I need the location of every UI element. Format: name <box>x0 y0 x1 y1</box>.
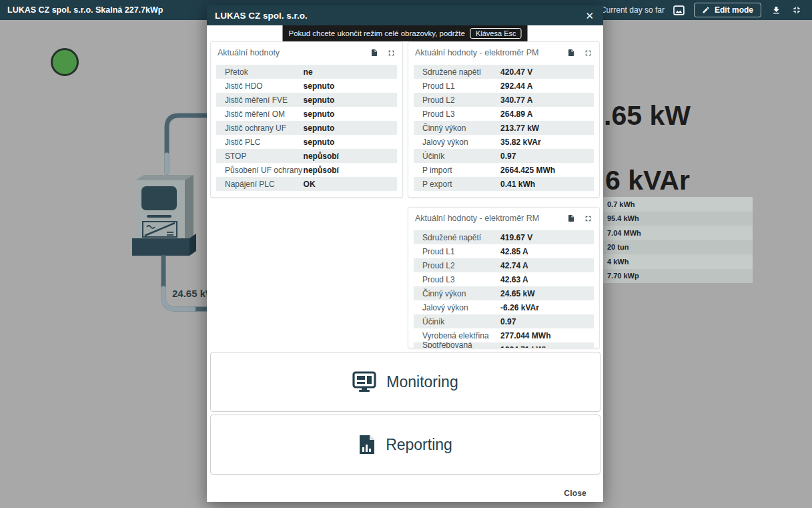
row-value: 340.77 A <box>500 95 532 105</box>
row-value: 292.44 A <box>500 81 532 91</box>
fullscreen-icon[interactable] <box>583 48 592 57</box>
inverter-graphic <box>132 175 196 256</box>
download-icon[interactable] <box>770 4 782 16</box>
table-row: Sdružené napětí420.47 V <box>414 65 594 79</box>
table-row: Jalový výkon35.82 kVAr <box>414 135 594 149</box>
table-row: Jistič PLCsepnuto <box>216 135 397 149</box>
row-label: Vyrobená elektřina <box>422 331 500 340</box>
panel-title: Aktuální hodnoty - elektroměr RM <box>415 214 539 223</box>
table-row: Jistič měření FVEsepnuto <box>216 93 397 107</box>
plant-summary-table: 0.7 kWh95.4 kWh7.04 MWh20 tun4 kWh7.70 k… <box>602 197 753 283</box>
fullscreen-icon[interactable] <box>583 214 592 223</box>
panel-meter-pm: Aktuální hodnoty - elektroměr PM Sdružen… <box>408 41 600 198</box>
table-row: 20 tun <box>602 240 753 255</box>
table-row: Sdružené napětí419.67 V <box>414 230 594 244</box>
row-label: P import <box>422 166 500 175</box>
row-label: Sdružené napětí <box>422 233 500 242</box>
plant-status-indicator <box>51 48 79 76</box>
row-value: ne <box>304 67 313 77</box>
pencil-icon <box>702 6 710 14</box>
table-row: Proud L342.63 A <box>414 272 594 286</box>
table-row: Proud L2340.77 A <box>414 93 594 107</box>
row-label: 4 kWh <box>607 258 629 266</box>
panel-head: Aktuální hodnoty - elektroměr RM <box>408 208 599 229</box>
row-label: Účiník <box>422 317 500 326</box>
row-value: 2664.425 MWh <box>500 166 555 175</box>
row-label: Jalový výkon <box>422 303 500 312</box>
row-label: Jistič měření OM <box>225 109 304 119</box>
panel-title: Aktuální hodnoty - elektroměr PM <box>415 48 539 57</box>
table-row: Napájení PLCOK <box>216 177 397 191</box>
row-label: Působení UF ochrany <box>225 166 304 175</box>
tooltip-text: Pokud chcete ukončit režim celé obrazovk… <box>289 29 465 37</box>
row-value: sepnuto <box>304 109 335 119</box>
row-value: 1664.71 kWh <box>500 345 548 349</box>
modal-header: LUKAS CZ spol. s.r.o. ✕ <box>207 5 603 25</box>
topbar-actions: tory - Current day so far Edit mode <box>580 3 812 17</box>
row-label: Jistič měření FVE <box>225 95 304 105</box>
row-value: sepnuto <box>304 123 335 133</box>
row-label: Spotřebovaná elektřina <box>422 340 500 349</box>
fullscreen-exit-tooltip: Pokud chcete ukončit režim celé obrazovk… <box>283 25 528 41</box>
row-label: Jistič PLC <box>225 138 304 147</box>
active-power-big-value: .65 kW <box>604 100 691 132</box>
file-export-icon[interactable] <box>370 48 379 57</box>
row-label: Proud L2 <box>422 95 500 105</box>
row-label: Proud L2 <box>422 261 500 270</box>
table-row: Jistič HDOsepnuto <box>216 79 397 93</box>
table-row: 95.4 kWh <box>602 212 753 226</box>
table-row: Proud L1292.44 A <box>414 79 594 93</box>
table-row: 7.70 kWp <box>602 269 753 284</box>
row-label: Proud L3 <box>422 109 500 119</box>
reporting-button[interactable]: Reporting <box>210 415 600 475</box>
meter-rm-table: Sdružené napětí419.67 VProud L142.85 APr… <box>414 230 594 348</box>
table-row: Jistič ochrany UFsepnuto <box>216 121 397 135</box>
panel-head: Aktuální hodnoty - elektroměr PM <box>408 42 599 63</box>
close-icon[interactable]: ✕ <box>585 11 594 21</box>
row-label: Jistič HDO <box>225 81 304 91</box>
row-value: sepnuto <box>304 95 335 105</box>
file-export-icon[interactable] <box>566 214 576 223</box>
table-row: Jistič měření OMsepnuto <box>216 107 397 121</box>
row-value: 277.044 MWh <box>500 331 550 340</box>
modal-close-button[interactable]: Close <box>564 489 586 498</box>
row-label: Napájení PLC <box>225 180 304 189</box>
table-row: Činný výkon24.65 kW <box>414 286 594 300</box>
edit-mode-button[interactable]: Edit mode <box>694 3 761 17</box>
row-label: Činný výkon <box>422 289 500 298</box>
table-row: P import2664.425 MWh <box>414 163 594 177</box>
row-label: Sdružené napětí <box>422 67 500 77</box>
row-value: OK <box>304 180 316 189</box>
esc-key-badge: Klávesa Esc <box>470 28 522 39</box>
table-row: Účiník0.97 <box>414 314 594 328</box>
image-icon[interactable] <box>673 4 685 16</box>
row-value: 42.74 A <box>500 261 528 270</box>
file-export-icon[interactable] <box>566 48 576 57</box>
table-row: Proud L242.74 A <box>414 258 594 272</box>
edit-mode-label: Edit mode <box>715 5 753 15</box>
row-value: sepnuto <box>304 138 335 147</box>
row-value: 0.41 kWh <box>500 180 535 189</box>
row-value: 419.67 V <box>500 233 532 242</box>
reactive-power-big-value: 6 kVAr <box>605 165 690 196</box>
row-value: 0.97 <box>500 152 516 161</box>
fullscreen-icon[interactable] <box>386 48 396 57</box>
table-row: Účiník0.97 <box>414 149 594 163</box>
row-label: 20 tun <box>607 243 629 251</box>
compress-icon[interactable] <box>791 4 803 16</box>
table-row: Proud L3264.89 A <box>414 107 594 121</box>
row-value: 42.63 A <box>500 275 528 284</box>
row-label: 95.4 kWh <box>607 214 639 222</box>
table-row: Spotřebovaná elektřina1664.71 kWh <box>414 342 594 348</box>
table-row: Přetokne <box>216 65 397 79</box>
row-value: sepnuto <box>304 81 335 91</box>
row-label: Účiník <box>422 152 500 161</box>
row-value: 264.89 A <box>500 109 532 119</box>
table-row: Činný výkon213.77 kW <box>414 121 594 135</box>
monitoring-button[interactable]: Monitoring <box>210 352 600 412</box>
reporting-label: Reporting <box>386 436 452 454</box>
row-value: 420.47 V <box>500 67 532 77</box>
row-label: Proud L1 <box>422 247 500 256</box>
row-value: nepůsobí <box>304 166 339 175</box>
modal-title: LUKAS CZ spol. s.r.o. <box>215 11 308 21</box>
